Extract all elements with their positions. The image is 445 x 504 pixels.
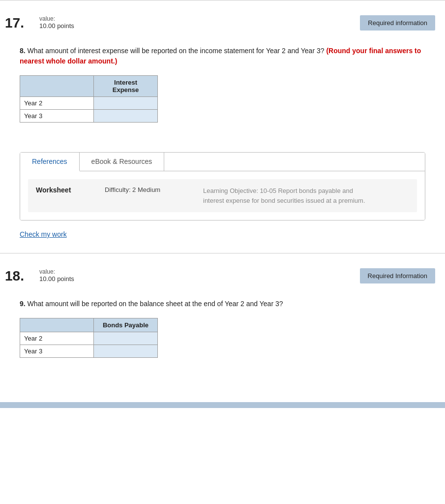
worksheet-row: Worksheet Difficulty: 2 Medium Learning … xyxy=(28,179,417,212)
table-row: Year 3 xyxy=(20,110,158,123)
question-8-text: 8. What amount of interest expense will … xyxy=(20,46,425,66)
year3-interest-expense[interactable] xyxy=(94,110,158,123)
bonds-table-header-empty xyxy=(20,318,94,332)
table-header-empty xyxy=(20,76,94,97)
question-8-body: What amount of interest expense will be … xyxy=(28,47,325,55)
tab-references[interactable]: References xyxy=(20,153,80,171)
bonds-payable-table: Bonds Payable Year 2 Year 3 xyxy=(20,318,158,358)
bonds-payable-header: Bonds Payable xyxy=(94,318,158,332)
year2-interest-expense[interactable] xyxy=(94,97,158,110)
points-18: 10.00 points xyxy=(39,275,74,283)
section-17-content: 8. What amount of interest expense will … xyxy=(0,36,445,253)
section-18-meta: value: 10.00 points xyxy=(39,268,74,283)
table-row: Year 3 xyxy=(20,345,158,358)
bonds-year3-label: Year 3 xyxy=(20,345,94,358)
value-label-17: value: xyxy=(39,15,74,22)
tabs-header: References eBook & Resources xyxy=(20,153,425,171)
section-18: 18. value: 10.00 points Required Informa… xyxy=(0,253,445,382)
required-info-btn-17[interactable]: Required information xyxy=(360,15,435,31)
section-18-number: 18. xyxy=(5,268,34,284)
worksheet-difficulty: Difficulty: 2 Medium xyxy=(105,186,183,193)
bonds-year2-input[interactable] xyxy=(98,335,153,342)
required-info-btn-18[interactable]: Required Information xyxy=(360,268,435,284)
year3-interest-input[interactable] xyxy=(98,112,153,120)
section-17-header: 17. value: 10.00 points Required informa… xyxy=(0,10,445,36)
bonds-year2-cell[interactable] xyxy=(94,332,158,345)
tab-references-content: Worksheet Difficulty: 2 Medium Learning … xyxy=(20,171,425,220)
table-row: Year 2 xyxy=(20,97,158,110)
table-row: Year 2 xyxy=(20,332,158,345)
bonds-year2-label: Year 2 xyxy=(20,332,94,345)
check-my-work-link-17[interactable]: Check my work xyxy=(20,230,67,238)
year2-interest-input[interactable] xyxy=(98,99,153,107)
section-18-content: 9. What amount will be reported on the b… xyxy=(0,289,445,382)
year3-label: Year 3 xyxy=(20,110,94,123)
tab-ebook[interactable]: eBook & Resources xyxy=(80,153,165,171)
section-17: 17. value: 10.00 points Required informa… xyxy=(0,0,445,253)
question-9-body: What amount will be reported on the bala… xyxy=(28,300,283,308)
section-18-header: 18. value: 10.00 points Required Informa… xyxy=(0,263,445,289)
bonds-year3-input[interactable] xyxy=(98,347,153,355)
section-17-number: 17. xyxy=(5,15,34,31)
section-17-meta: value: 10.00 points xyxy=(39,15,74,30)
worksheet-objective: Learning Objective: 10-05 Report bonds p… xyxy=(203,186,375,205)
worksheet-label: Worksheet xyxy=(36,186,85,194)
year2-label: Year 2 xyxy=(20,97,94,110)
points-17: 10.00 points xyxy=(39,22,74,30)
question-8-number: 8. xyxy=(20,47,26,55)
bonds-year3-cell[interactable] xyxy=(94,345,158,358)
value-label-18: value: xyxy=(39,268,74,275)
interest-expense-header: Interest Expense xyxy=(94,76,158,97)
question-9-text: 9. What amount will be reported on the b… xyxy=(20,299,425,309)
references-tabs-container: References eBook & Resources Worksheet D… xyxy=(20,152,425,220)
bottom-bar xyxy=(0,402,445,408)
question-9-number: 9. xyxy=(20,300,26,308)
interest-expense-table: Interest Expense Year 2 Year 3 xyxy=(20,75,158,123)
